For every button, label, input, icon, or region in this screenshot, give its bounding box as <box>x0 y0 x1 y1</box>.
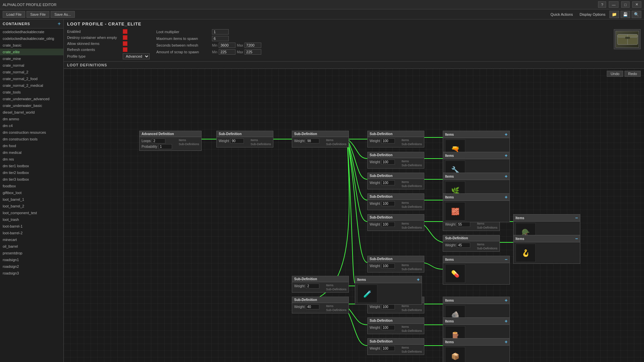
w3d[interactable] <box>381 201 395 206</box>
wlow[interactable] <box>306 284 319 289</box>
sidebar-item[interactable]: crate_normal <box>0 62 63 69</box>
max-items-input[interactable]: 6 <box>212 36 229 41</box>
sidebar-item[interactable]: dm construction resources <box>0 129 63 136</box>
undo-button[interactable]: Undo <box>607 71 623 77</box>
sidebar-item[interactable]: giftbox_loot <box>0 189 63 196</box>
redo-button[interactable]: Redo <box>625 71 641 77</box>
minimize-button[interactable]: — <box>609 1 619 8</box>
sub-def-3d[interactable]: Sub-Definition Weight ItemsSub-Definitio… <box>367 193 424 210</box>
items-add-3[interactable]: + <box>505 174 507 179</box>
sub-def-node-2[interactable]: Sub-Definition Weight Items Sub-Definiti… <box>292 131 349 147</box>
save-file-button[interactable]: Save File <box>26 11 49 18</box>
sidebar-item[interactable]: foodbox <box>0 183 63 189</box>
items-add-low[interactable]: + <box>417 277 420 282</box>
refresh-toggle[interactable] <box>123 47 127 52</box>
seconds-min-input[interactable] <box>219 43 235 48</box>
items-add-1[interactable]: + <box>505 132 507 137</box>
sidebar-item[interactable]: loot-barrel-2 <box>0 230 63 236</box>
sub-def-3c[interactable]: Sub-Definition Weight ItemsSub-Definitio… <box>367 173 424 189</box>
sidebar-item[interactable]: roadsign1 <box>0 256 63 263</box>
sidebar-add-button[interactable]: + <box>58 21 61 26</box>
sub-def-40[interactable]: Sub-Definition Weight ItemsSub-Definitio… <box>292 297 349 313</box>
sidebar-item[interactable]: loot_component_test <box>0 209 63 216</box>
items-add-40c[interactable]: + <box>505 340 507 344</box>
sidebar-item[interactable]: crate_normal_2 <box>0 69 63 75</box>
profile-type-select[interactable]: Advanced Basic <box>123 53 150 59</box>
sub-def-3f[interactable]: Sub-Definition Weight ItemsSub-Definitio… <box>367 256 424 273</box>
weight-input-2[interactable] <box>306 138 319 143</box>
sidebar-item[interactable]: loot_barrel_1 <box>0 196 63 203</box>
sidebar-item[interactable]: crate_normal_2_medical <box>0 82 63 89</box>
sidebar-item[interactable]: crate_normal_2_food <box>0 75 63 82</box>
sub-def-3a[interactable]: Sub-Definition Weight ItemsSub-Definitio… <box>367 131 424 147</box>
items-add-6[interactable]: − <box>505 257 507 262</box>
items-card-low[interactable]: Items + 🧪 <box>355 276 422 305</box>
canvas-area[interactable]: Undo Redo <box>64 69 644 362</box>
help-button[interactable]: ? <box>598 1 606 8</box>
sidebar-item[interactable]: dm medical <box>0 149 63 156</box>
items-add-5b[interactable]: − <box>575 236 578 241</box>
loops-input[interactable] <box>152 138 165 143</box>
items-add-5a[interactable]: − <box>575 216 578 220</box>
sidebar-item[interactable]: loot_barrel_2 <box>0 203 63 209</box>
save-icon-button[interactable]: 💾 <box>621 11 630 18</box>
sidebar-item[interactable]: dm construction tools <box>0 136 63 142</box>
sub-def-node-1[interactable]: Sub-Definition Weight Items Sub-Definiti… <box>216 131 273 147</box>
sidebar-item[interactable]: codelockedhackablecrate_oilrig <box>0 35 63 42</box>
w3e[interactable] <box>381 222 395 227</box>
sidebar-item[interactable]: loot-barrel-1 <box>0 223 63 230</box>
sidebar-item[interactable]: minecart <box>0 236 63 243</box>
load-file-button[interactable]: Load File <box>3 11 25 18</box>
sidebar-item[interactable]: dm tier3 lootbox <box>0 176 63 183</box>
sidebar-list[interactable]: codelockedhackablecratecodelockedhackabl… <box>0 28 63 362</box>
items-card-5b[interactable]: Items − 🪝 <box>513 235 580 264</box>
sidebar-item[interactable]: roadsign2 <box>0 263 63 270</box>
items-add-4[interactable]: + <box>505 195 507 199</box>
sidebar-item[interactable]: crate_tools <box>0 89 63 96</box>
w4a[interactable] <box>457 222 470 227</box>
allow-skinned-toggle[interactable] <box>123 41 127 46</box>
maximize-button[interactable]: □ <box>621 1 630 8</box>
w3f[interactable] <box>381 263 395 268</box>
items-add-40b[interactable]: + <box>505 319 507 323</box>
sidebar-item[interactable]: crate_underwater_advanced <box>0 96 63 102</box>
w4b[interactable] <box>457 243 470 248</box>
sidebar-item[interactable]: dm c4 <box>0 122 63 129</box>
sidebar-item[interactable]: dm ammo <box>0 116 63 122</box>
sub-def-40c[interactable]: Sub-Definition Weight ItemsSub-Definitio… <box>367 338 424 355</box>
items-card-6[interactable]: Items − 💊 <box>443 256 510 285</box>
sidebar-item[interactable]: diesel_barrel_world <box>0 109 63 116</box>
quick-actions-label[interactable]: Quick Actions <box>548 11 576 17</box>
sidebar-item[interactable]: dm food <box>0 142 63 149</box>
sidebar-item[interactable]: dm tier2 lootbox <box>0 169 63 176</box>
scrap-max-input[interactable] <box>245 49 261 55</box>
items-add-2[interactable]: + <box>505 153 507 158</box>
sub-def-40b[interactable]: Sub-Definition Weight ItemsSub-Definitio… <box>367 317 424 334</box>
sidebar-item[interactable]: crate_mine <box>0 55 63 62</box>
close-button[interactable]: ✕ <box>632 1 641 8</box>
sidebar-item[interactable]: crate_elite <box>0 49 63 55</box>
w3a[interactable] <box>381 138 395 143</box>
sidebar-item[interactable]: crate_underwater_basic <box>0 102 63 109</box>
w40[interactable] <box>306 304 319 309</box>
sub-def-4b[interactable]: Sub-Definition Weight ItemsSub-Definitio… <box>443 235 500 252</box>
w40b[interactable] <box>381 325 395 330</box>
seconds-max-input[interactable] <box>245 43 261 48</box>
sidebar-item[interactable]: roadsign3 <box>0 270 63 277</box>
search-icon-button[interactable]: 🔍 <box>632 11 641 18</box>
loot-multiplier-input[interactable]: 1 <box>212 29 229 35</box>
destroy-toggle[interactable] <box>123 35 127 40</box>
prob-input[interactable] <box>159 144 172 149</box>
items-card-40c[interactable]: Items + 📦 <box>443 338 510 362</box>
sidebar-item[interactable]: codelockedhackablecrate <box>0 28 63 35</box>
w40c[interactable] <box>381 346 395 351</box>
sub-def-low[interactable]: Sub-Definition Weight ItemsSub-Definitio… <box>292 276 349 293</box>
w40a[interactable] <box>381 304 395 309</box>
sidebar-item[interactable]: dm tier1 lootbox <box>0 163 63 169</box>
display-options-label[interactable]: Display Options <box>577 11 608 17</box>
sidebar-item[interactable]: dm res <box>0 156 63 163</box>
save-as-button[interactable]: Save As... <box>51 11 75 18</box>
w3c[interactable] <box>381 180 395 185</box>
weight-input-1[interactable] <box>230 138 244 143</box>
advanced-def-node[interactable]: Advanced Definition Loops Probability It… <box>139 131 202 151</box>
